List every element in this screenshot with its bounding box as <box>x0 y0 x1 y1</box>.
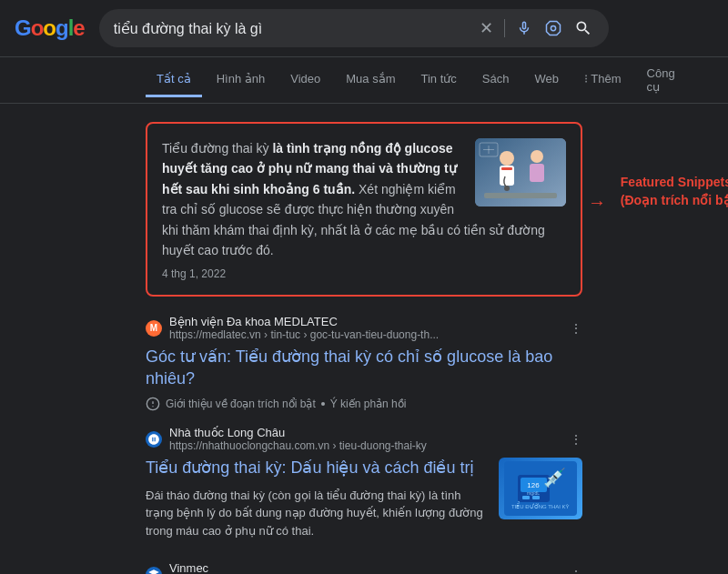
result-1-thumbnail: 126 mg/dL 💉 TIỂU ĐƯỜNG THAI KỲ <box>499 458 582 519</box>
result-1-text: Tiểu đường thai kỳ: Dấu hiệu và cách điề… <box>146 458 488 539</box>
tab-all[interactable]: Tất cả <box>146 63 202 97</box>
featured-snippet: Tiểu đường thai kỳ là tình trạng nồng độ… <box>146 122 582 297</box>
clear-search-button[interactable]: ✕ <box>478 16 495 40</box>
result-1-source-row: Nhà thuốc Long Châu https://nhathuoclong… <box>146 426 582 452</box>
tab-video[interactable]: Video <box>279 63 331 97</box>
nav-tabs: Tất cả Hình ảnh Video Mua sắm Tin tức Sá… <box>0 57 728 104</box>
result-1-title[interactable]: Tiểu đường thai kỳ: Dấu hiệu và cách điề… <box>146 458 488 478</box>
medlatec-icon: M <box>146 320 162 337</box>
google-logo: Google <box>15 15 85 41</box>
result-2-source-name: Vinmec <box>169 561 434 574</box>
svg-point-6 <box>531 150 543 163</box>
feedback-link[interactable]: Ý kiến phản hồi <box>330 398 407 410</box>
svg-point-0 <box>551 25 555 30</box>
tools-button[interactable]: Công cụ <box>636 57 686 103</box>
snippet-info-row: Giới thiệu về đoạn trích nổi bật Ý kiến … <box>146 397 582 411</box>
snippet-source-row: M Bệnh viện Đa khoa MEDLATEC https://med… <box>146 315 582 341</box>
result-1-source-name: Nhà thuốc Long Châu <box>169 426 427 439</box>
info-icon <box>146 397 160 411</box>
snippet-source-url: https://medlatec.vn › tin-tuc › goc-tu-v… <box>169 328 439 341</box>
search-icons: ✕ <box>478 16 594 40</box>
result-1-url: https://nhathuoclongchau.com.vn › tieu-d… <box>169 439 427 452</box>
snippet-link-title[interactable]: Góc tư vấn: Tiểu đường thai kỳ có chỉ số… <box>146 347 582 389</box>
tab-books[interactable]: Sách <box>471 63 521 97</box>
svg-rect-4 <box>501 167 512 170</box>
google-lens-button[interactable] <box>543 18 563 38</box>
tab-images[interactable]: Hình ảnh <box>206 63 277 97</box>
tab-web[interactable]: Web <box>523 63 570 97</box>
vinmec-icon <box>146 567 162 574</box>
svg-rect-20 <box>522 496 530 499</box>
snippet-options-button[interactable]: ⋮ <box>570 321 582 336</box>
svg-rect-21 <box>532 496 540 499</box>
snippet-intro: Tiểu đường thai kỳ <box>162 141 272 156</box>
search-bar[interactable]: ✕ <box>99 9 609 47</box>
tab-shopping[interactable]: Mua sắm <box>335 63 406 97</box>
arrow-icon: → <box>588 192 606 213</box>
snippet-date: 4 thg 1, 2022 <box>162 267 566 280</box>
result-2-source-row: Vinmec https://www.vinmec.com › vie › ba… <box>146 561 582 574</box>
svg-point-2 <box>500 151 514 166</box>
info-separator <box>321 402 325 406</box>
longchau-icon <box>146 431 162 448</box>
svg-text:126: 126 <box>527 481 540 489</box>
svg-text:mg/dL: mg/dL <box>527 490 540 496</box>
svg-rect-7 <box>530 164 544 182</box>
tab-more[interactable]: ⁝ Thêm <box>573 63 632 97</box>
svg-rect-8 <box>484 193 557 198</box>
main-content: Tiểu đường thai kỳ là tình trạng nồng độ… <box>0 104 728 574</box>
svg-point-14 <box>152 406 153 407</box>
result-item-2: Vinmec https://www.vinmec.com › vie › ba… <box>146 561 582 574</box>
featured-snippets-label: Featured Snippets (Đoạn trích nổi bật) <box>621 174 728 209</box>
result-1-snippet: Đái tháo đường thai kỳ (còn gọi là tiểu … <box>146 487 488 540</box>
snippet-source-block: M Bệnh viện Đa khoa MEDLATEC https://med… <box>146 315 582 411</box>
result-1-options-button[interactable]: ⋮ <box>570 432 582 447</box>
result-1-thumbnail-svg: 126 mg/dL 💉 TIỂU ĐƯỜNG THAI KỲ <box>504 461 577 516</box>
divider <box>504 19 505 37</box>
search-input[interactable] <box>114 20 469 36</box>
svg-text:💉: 💉 <box>543 467 566 488</box>
doctor-illustration <box>475 138 566 206</box>
result-item-1: Nhà thuốc Long Châu https://nhathuoclong… <box>146 426 582 539</box>
snippet-info-text[interactable]: Giới thiệu về đoạn trích nổi bật <box>166 398 316 410</box>
header: Google ✕ <box>0 0 728 57</box>
snippet-image <box>475 138 566 206</box>
microphone-button[interactable] <box>514 18 534 38</box>
tab-news[interactable]: Tin tức <box>410 63 467 97</box>
result-1-content: Tiểu đường thai kỳ: Dấu hiệu và cách điề… <box>146 458 582 539</box>
result-2-options-button[interactable]: ⋮ <box>570 568 582 574</box>
search-button[interactable] <box>572 17 594 39</box>
snippet-source-name: Bệnh viện Đa khoa MEDLATEC <box>169 315 439 328</box>
svg-point-5 <box>504 186 510 191</box>
search-results: Tiểu đường thai kỳ là tình trạng nồng độ… <box>146 122 582 574</box>
